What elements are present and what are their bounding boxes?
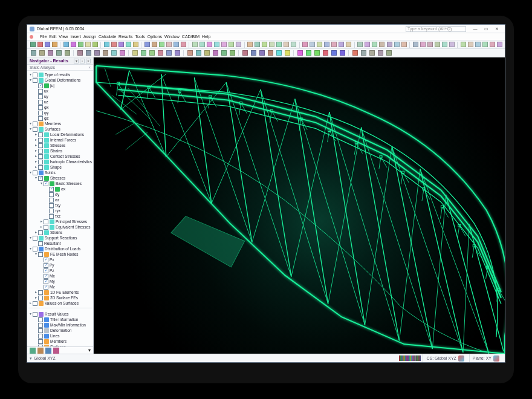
checkbox-icon[interactable] bbox=[38, 105, 43, 110]
tree-item[interactable]: ▸1D FE Elements bbox=[28, 290, 92, 295]
tree-item[interactable]: ▸Internal Forces bbox=[28, 137, 92, 143]
tree-item[interactable]: Title Information bbox=[28, 317, 92, 322]
checkbox-icon[interactable] bbox=[38, 339, 43, 344]
tree-item[interactable]: σz bbox=[28, 197, 92, 203]
checkbox-icon[interactable] bbox=[38, 160, 43, 164]
toolbar-button[interactable] bbox=[203, 50, 210, 57]
toolbar-button[interactable] bbox=[357, 41, 363, 48]
menu-file[interactable]: File bbox=[39, 34, 48, 39]
toolbar-button[interactable] bbox=[482, 41, 488, 48]
toolbar-button[interactable] bbox=[427, 41, 433, 48]
toolbar-button[interactable] bbox=[284, 50, 291, 57]
tree-item[interactable]: uy bbox=[28, 94, 92, 99]
tree-item[interactable]: φy bbox=[28, 110, 92, 115]
toolbar-button[interactable] bbox=[77, 41, 83, 48]
checkbox-icon[interactable] bbox=[44, 279, 48, 284]
toolbar-button[interactable] bbox=[377, 50, 384, 57]
checkbox-icon[interactable] bbox=[33, 78, 37, 83]
tree-item[interactable]: Lines bbox=[28, 333, 92, 339]
navigator-pin-icon[interactable]: ▫ bbox=[80, 59, 85, 63]
toolbar-button[interactable] bbox=[63, 41, 69, 48]
tree-item[interactable]: φx bbox=[28, 105, 92, 110]
toolbar-button[interactable] bbox=[76, 50, 83, 57]
checkbox-icon[interactable] bbox=[44, 263, 48, 268]
toolbar-button[interactable] bbox=[467, 41, 473, 48]
nav-tool-icon[interactable] bbox=[45, 348, 51, 354]
toolbar-button[interactable] bbox=[475, 41, 481, 48]
toolbar-button[interactable] bbox=[213, 41, 219, 48]
toolbar-button[interactable] bbox=[158, 41, 164, 48]
checkbox-icon[interactable] bbox=[38, 176, 43, 181]
toolbar-button[interactable] bbox=[140, 50, 147, 57]
toolbar-button[interactable] bbox=[47, 50, 54, 57]
toolbar-button[interactable] bbox=[420, 41, 426, 48]
toolbar-button[interactable] bbox=[441, 41, 447, 48]
checkbox-icon[interactable] bbox=[38, 111, 43, 115]
toolbar-button[interactable] bbox=[346, 41, 352, 48]
tree-item[interactable]: ▾FE Mesh Nodes bbox=[28, 251, 92, 257]
tree-item[interactable]: Py bbox=[28, 262, 92, 268]
tree-item[interactable]: ▸Equivalent Stresses bbox=[28, 224, 92, 230]
tree-item[interactable]: ▸2D Surface FEs bbox=[28, 295, 92, 300]
toolbar-button[interactable] bbox=[212, 50, 219, 57]
toolbar-button[interactable] bbox=[379, 41, 385, 48]
tree-item[interactable]: ▾Distribution of Loads bbox=[28, 246, 92, 251]
tree-item[interactable]: τxz bbox=[28, 213, 92, 219]
tree-item[interactable]: ▾Members bbox=[28, 121, 92, 126]
nav-tool-icon[interactable] bbox=[37, 348, 44, 354]
tree-item[interactable]: Resultant bbox=[28, 241, 92, 246]
tree-item[interactable]: |u| bbox=[28, 83, 92, 88]
toolbar-button[interactable] bbox=[255, 41, 261, 48]
toolbar-button[interactable] bbox=[173, 41, 179, 48]
toolbar-button[interactable] bbox=[220, 50, 227, 57]
toolbar-button[interactable] bbox=[241, 50, 248, 57]
checkbox-icon[interactable] bbox=[33, 127, 37, 132]
toolbar-button[interactable] bbox=[275, 50, 282, 57]
checkbox-icon[interactable] bbox=[44, 225, 48, 230]
toolbar-button[interactable] bbox=[351, 50, 358, 57]
tree-item[interactable]: ▸Strains bbox=[28, 148, 92, 154]
toolbar-button[interactable] bbox=[85, 41, 91, 48]
tree-item[interactable]: Deformation bbox=[28, 328, 92, 333]
toolbar-button[interactable] bbox=[132, 41, 138, 48]
tree-item[interactable]: Mz bbox=[28, 284, 92, 290]
menu-calculate[interactable]: Calculate bbox=[97, 34, 117, 39]
tree-item[interactable]: φz bbox=[28, 115, 92, 121]
toolbar-button[interactable] bbox=[302, 41, 308, 48]
toolbar-button[interactable] bbox=[125, 41, 131, 48]
tree-item[interactable]: τyz bbox=[28, 208, 92, 213]
checkbox-icon[interactable] bbox=[38, 143, 43, 148]
toolbar-button[interactable] bbox=[247, 41, 253, 48]
toolbar-button[interactable] bbox=[151, 41, 157, 48]
checkbox-icon[interactable] bbox=[33, 122, 37, 126]
checkbox-icon[interactable] bbox=[38, 290, 43, 295]
tree-item[interactable]: Max/Min Information bbox=[28, 322, 92, 328]
checkbox-icon[interactable] bbox=[38, 149, 43, 154]
status-tool-icon[interactable] bbox=[420, 355, 421, 361]
checkbox-icon[interactable] bbox=[38, 116, 43, 121]
checkbox-icon[interactable] bbox=[33, 170, 37, 175]
toolbar-button[interactable] bbox=[305, 50, 312, 57]
tree-item[interactable]: σx bbox=[28, 186, 92, 192]
toolbar-button[interactable] bbox=[206, 41, 212, 48]
toolbar-button[interactable] bbox=[236, 41, 242, 48]
cs-preview-icon[interactable] bbox=[458, 355, 464, 362]
checkbox-icon[interactable] bbox=[38, 296, 43, 300]
checkbox-icon[interactable] bbox=[44, 268, 48, 273]
checkbox-icon[interactable] bbox=[49, 214, 54, 219]
maximize-button[interactable]: ▭ bbox=[481, 25, 491, 33]
checkbox-icon[interactable] bbox=[38, 94, 43, 99]
minimize-button[interactable]: — bbox=[470, 25, 481, 33]
toolbar-button[interactable] bbox=[131, 50, 138, 57]
toolbar-button[interactable] bbox=[291, 41, 297, 48]
tree-item[interactable]: ▸Stresses bbox=[28, 143, 92, 148]
menu-insert[interactable]: Insert bbox=[69, 34, 82, 39]
toolbar-button[interactable] bbox=[30, 50, 37, 57]
toolbar-button[interactable] bbox=[186, 50, 193, 57]
checkbox-icon[interactable] bbox=[38, 154, 43, 159]
tree-item[interactable]: ▾Support Reactions bbox=[28, 235, 92, 241]
toolbar-button[interactable] bbox=[44, 41, 50, 48]
navigator-sub-close-icon[interactable]: × bbox=[88, 65, 91, 70]
checkbox-icon[interactable] bbox=[38, 89, 43, 94]
tree-item[interactable]: Members bbox=[28, 339, 92, 344]
